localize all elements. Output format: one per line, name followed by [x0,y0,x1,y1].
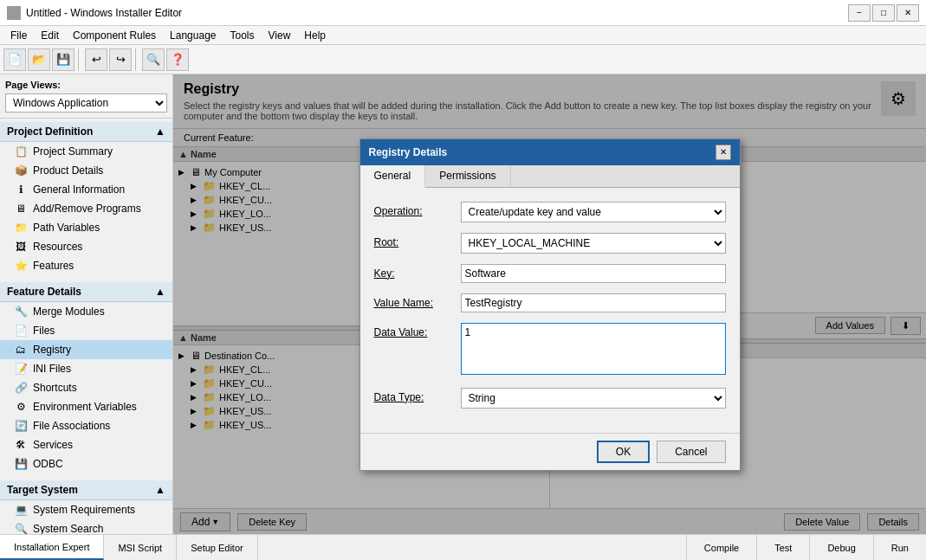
sidebar: Page Views: Windows Application Project … [0,74,173,534]
toolbar-save[interactable]: 💾 [52,48,74,71]
data-type-row: Data Type: String [374,388,726,409]
menu-bar: File Edit Component Rules Language Tools… [0,26,926,45]
product-details-icon: 📦 [14,164,28,177]
sidebar-section-header-feature[interactable]: Feature Details ▲ [0,282,172,302]
page-views-dropdown[interactable]: Windows Application [5,93,167,113]
data-type-select[interactable]: String [461,388,726,409]
sidebar-label-merge: Merge Modules [33,306,105,318]
title-bar-title: Untitled - Windows Installer Editor [26,7,182,19]
modal-close-button[interactable]: ✕ [716,145,731,160]
root-control: HKEY_LOCAL_MACHINE [461,233,726,254]
add-remove-icon: 🖥 [14,202,28,216]
sidebar-label-files: Files [33,325,55,337]
data-value-textarea[interactable] [461,323,726,375]
section-label-feature: Feature Details [7,286,81,298]
sidebar-item-resources[interactable]: 🖼 Resources [0,237,172,256]
sidebar-section-header-target[interactable]: Target System ▲ [0,480,172,500]
data-value-row: Data Value: [374,323,726,377]
sidebar-item-path-variables[interactable]: 📁 Path Variables [0,218,172,237]
sidebar-item-project-summary[interactable]: 📋 Project Summary [0,142,172,161]
sidebar-label-add-remove: Add/Remove Programs [33,203,141,215]
modal-overlay: Registry Details ✕ General Permissions O… [173,74,926,534]
close-button[interactable]: ✕ [897,4,919,22]
test-button[interactable]: Test [756,535,809,560]
modal-footer: OK Cancel [360,433,740,470]
app-icon [7,6,21,20]
menu-tools[interactable]: Tools [223,28,261,43]
modal-ok-button[interactable]: OK [597,441,650,463]
registry-icon: 🗂 [14,343,28,357]
menu-help[interactable]: Help [297,28,333,43]
shortcuts-icon: 🔗 [14,381,28,395]
collapse-icon-feature: ▲ [155,286,165,298]
section-label-target: Target System [7,484,78,496]
registry-details-modal: Registry Details ✕ General Permissions O… [359,138,741,471]
debug-button[interactable]: Debug [809,535,872,560]
section-label-project: Project Definition [7,126,93,138]
sidebar-item-add-remove[interactable]: 🖥 Add/Remove Programs [0,199,172,218]
sidebar-section-feature: Feature Details ▲ 🔧 Merge Modules 📄 File… [0,282,172,473]
sidebar-item-merge-modules[interactable]: 🔧 Merge Modules [0,302,172,321]
value-name-input[interactable] [461,293,726,312]
toolbar-undo[interactable]: ↩ [85,48,107,71]
sidebar-item-files[interactable]: 📄 Files [0,321,172,340]
ini-files-icon: 📝 [14,362,28,376]
status-tab-installation-expert[interactable]: Installation Expert [0,535,104,560]
menu-component-rules[interactable]: Component Rules [66,28,163,43]
sidebar-section-target: Target System ▲ 💻 System Requirements 🔍 … [0,480,172,534]
sidebar-item-system-search[interactable]: 🔍 System Search [0,519,172,534]
sidebar-item-general-information[interactable]: ℹ General Information [0,180,172,199]
toolbar-search[interactable]: 🔍 [142,48,165,71]
sidebar-item-services[interactable]: 🛠 Services [0,435,172,454]
sidebar-label-project-summary: Project Summary [33,145,113,158]
status-tab-setup-editor[interactable]: Setup Editor [177,535,258,560]
value-name-control [461,293,726,312]
modal-tab-permissions[interactable]: Permissions [425,165,510,187]
menu-file[interactable]: File [3,28,34,43]
sidebar-item-shortcuts[interactable]: 🔗 Shortcuts [0,378,172,397]
sidebar-label-sys-req: System Requirements [33,504,135,516]
sidebar-top: Page Views: Windows Application [0,74,172,119]
value-name-label: Value Name: [374,293,461,309]
root-select[interactable]: HKEY_LOCAL_MACHINE [461,233,726,254]
maximize-button[interactable]: □ [872,4,895,22]
sidebar-item-env-variables[interactable]: ⚙ Environment Variables [0,397,172,416]
status-bar: Installation Expert MSI Script Setup Edi… [0,534,926,560]
data-type-label: Data Type: [374,388,461,403]
sidebar-label-resources: Resources [33,241,82,253]
sidebar-section-project: Project Definition ▲ 📋 Project Summary 📦… [0,122,172,275]
sidebar-item-registry[interactable]: 🗂 Registry [0,340,172,359]
general-info-icon: ℹ [14,183,28,196]
run-button[interactable]: Run [873,535,926,560]
file-assoc-icon: 🔄 [14,419,28,433]
data-type-control: String [461,388,726,409]
path-variables-icon: 📁 [14,221,28,235]
sidebar-item-odbc[interactable]: 💾 ODBC [0,454,172,473]
sidebar-label-product-details: Product Details [33,164,103,177]
main-layout: Page Views: Windows Application Project … [0,74,926,534]
sidebar-section-header-project[interactable]: Project Definition ▲ [0,122,172,142]
modal-cancel-button[interactable]: Cancel [657,441,725,463]
sys-req-icon: 💻 [14,503,28,517]
modal-tab-general[interactable]: General [360,165,426,188]
sidebar-label-features: Features [33,260,74,272]
sidebar-label-shortcuts: Shortcuts [33,382,77,394]
sidebar-item-file-associations[interactable]: 🔄 File Associations [0,416,172,435]
operation-select[interactable]: Create/update key and value [461,202,726,222]
sidebar-item-ini-files[interactable]: 📝 INI Files [0,359,172,378]
sidebar-item-system-req[interactable]: 💻 System Requirements [0,500,172,519]
compile-button[interactable]: Compile [686,535,756,560]
toolbar-open[interactable]: 📂 [28,48,50,71]
menu-language[interactable]: Language [163,28,223,43]
sidebar-item-features[interactable]: ⭐ Features [0,256,172,275]
sidebar-item-product-details[interactable]: 📦 Product Details [0,161,172,180]
status-tab-msi-script[interactable]: MSI Script [104,535,177,560]
toolbar-new[interactable]: 📄 [3,48,26,71]
operation-control: Create/update key and value [461,202,726,222]
minimize-button[interactable]: − [848,4,871,22]
toolbar-redo[interactable]: ↪ [109,48,132,71]
menu-view[interactable]: View [262,28,298,43]
menu-edit[interactable]: Edit [34,28,66,43]
key-input[interactable] [461,264,726,283]
toolbar-help[interactable]: ❓ [166,48,189,71]
